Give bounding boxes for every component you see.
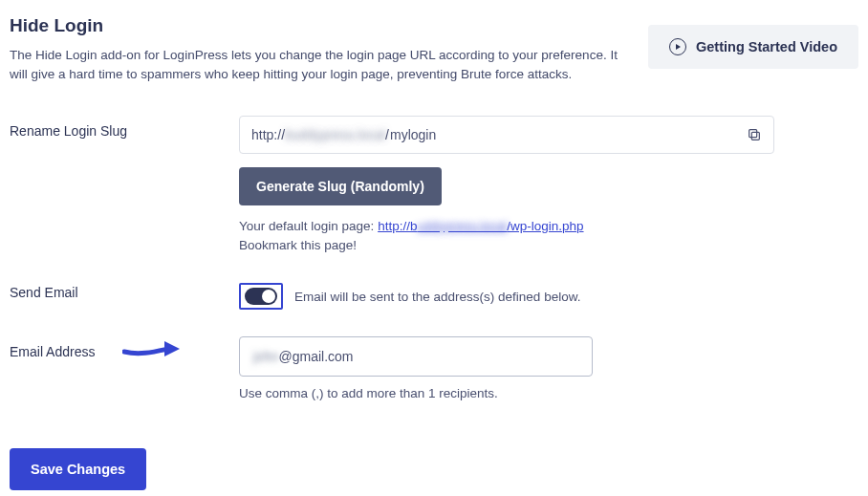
default-login-hint: Your default login page: http://buddypre… [239, 217, 858, 257]
default-login-text: Your default login page: [239, 219, 378, 233]
bookmark-text: Bookmark this page! [239, 238, 357, 252]
email-hint: Use comma (,) to add more than 1 recipie… [239, 386, 858, 400]
email-address-input[interactable]: john@gmail.com [239, 336, 593, 377]
arrow-annotation-icon [122, 338, 182, 359]
send-email-toggle-highlight [239, 283, 283, 310]
send-email-label: Send Email [10, 283, 239, 300]
slug-value-field[interactable] [389, 127, 747, 142]
send-email-description: Email will be sent to the address(s) def… [294, 290, 580, 304]
default-login-link[interactable]: http://buddypress.local/wp-login.php [378, 219, 583, 233]
video-button-label: Getting Started Video [696, 39, 837, 54]
copy-icon[interactable] [747, 127, 762, 142]
svg-rect-0 [751, 132, 759, 140]
toggle-knob [262, 290, 275, 303]
page-title: Hide Login [10, 15, 629, 36]
rename-slug-label: Rename Login Slug [10, 116, 239, 139]
send-email-toggle[interactable] [245, 288, 277, 305]
svg-rect-1 [749, 129, 757, 137]
email-masked-part: john [253, 349, 278, 364]
email-suffix: @gmail.com [278, 349, 353, 364]
slug-prefix: http:// [251, 127, 285, 142]
play-icon [669, 38, 686, 55]
save-changes-button[interactable]: Save Changes [10, 448, 146, 490]
email-address-label: Email Address [10, 336, 239, 359]
page-description: The Hide Login add-on for LoginPress let… [10, 46, 621, 85]
getting-started-video-button[interactable]: Getting Started Video [648, 25, 858, 69]
generate-slug-button[interactable]: Generate Slug (Randomly) [239, 167, 442, 205]
login-slug-input[interactable]: http:// buddypress.local / [239, 116, 774, 154]
slug-domain-masked: buddypress.local [285, 127, 385, 142]
